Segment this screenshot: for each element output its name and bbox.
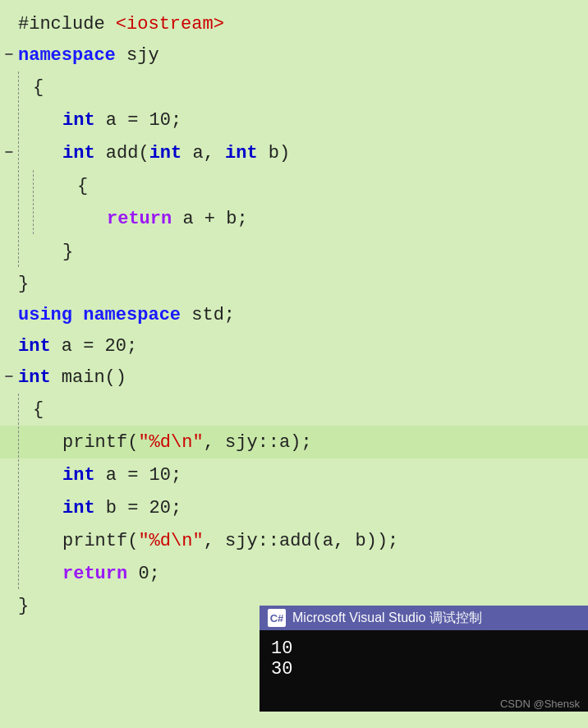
token-11-1: main() <box>51 367 126 388</box>
console-titlebar: C# Microsoft Visual Studio 调试控制 <box>260 606 588 630</box>
token-14-0: int <box>62 465 95 486</box>
indent-guide-15-0 <box>18 492 33 523</box>
token-17-0: return <box>62 564 127 584</box>
code-content-1: namespace sjy <box>18 45 159 66</box>
fold-icon-2[interactable]: − <box>0 47 18 63</box>
token-4-1: add( <box>95 143 149 164</box>
token-8-0: } <box>18 274 29 294</box>
token-10-1: a = 20; <box>51 336 138 357</box>
token-16-2: , sjy::add(a, b)); <box>204 531 399 551</box>
console-body: 10 30 <box>260 630 588 696</box>
token-7-0: } <box>62 242 73 262</box>
token-4-2: int <box>149 143 182 164</box>
code-content-17: return 0; <box>62 564 160 584</box>
token-13-2: , sjy::a); <box>204 432 312 453</box>
indent-guide-7-0 <box>18 236 33 267</box>
code-line-6: { <box>0 169 588 202</box>
console-overlay: C# Microsoft Visual Studio 调试控制 10 30 CS… <box>260 606 588 712</box>
code-content-15: int b = 20; <box>62 498 181 518</box>
token-0-1: <iostream> <box>116 14 224 35</box>
token-16-0: printf( <box>62 531 138 551</box>
code-line-2: −namespace sjy <box>0 39 588 71</box>
token-16-1: "%d\n" <box>138 531 203 551</box>
fold-icon-12[interactable]: − <box>0 369 18 385</box>
indent-guide-14-0 <box>18 459 33 491</box>
indent-guide-16-0 <box>18 525 33 556</box>
indent-guide-5-0 <box>18 170 33 201</box>
indent-guide-6-1 <box>33 203 48 234</box>
token-9-2: namespace <box>83 305 181 325</box>
token-4-4: int <box>225 143 258 164</box>
code-line-12: −int main() <box>0 362 588 393</box>
token-4-0: int <box>62 143 95 164</box>
code-content-13: printf("%d\n", sjy::a); <box>62 432 312 453</box>
token-15-0: int <box>62 498 95 518</box>
token-18-0: } <box>18 596 29 616</box>
token-9-0: using <box>18 305 72 325</box>
code-content-12: { <box>33 399 44 420</box>
indent-guide-4-0 <box>18 137 33 168</box>
token-17-1: 0; <box>127 564 160 584</box>
token-3-1: a = 10; <box>95 110 182 131</box>
code-content-8: } <box>18 274 29 294</box>
code-line-4: int a = 10; <box>0 104 588 136</box>
token-9-3: std; <box>181 305 235 325</box>
console-icon: C# <box>268 609 286 627</box>
code-line-3: { <box>0 71 588 104</box>
token-6-0: return <box>107 209 172 229</box>
code-line-9: } <box>0 268 588 299</box>
token-13-1: "%d\n" <box>138 432 203 453</box>
console-output-line-1: 10 <box>271 638 577 659</box>
code-line-13: { <box>0 393 588 426</box>
code-content-14: int a = 10; <box>62 465 181 486</box>
token-4-5: b) <box>258 143 291 164</box>
token-9-1 <box>72 305 83 325</box>
code-line-14: printf("%d\n", sjy::a); <box>0 426 588 458</box>
code-content-5: { <box>77 176 88 196</box>
token-3-0: int <box>62 110 95 131</box>
token-15-1: b = 20; <box>95 498 182 518</box>
token-0-0: #include <box>18 14 116 35</box>
code-content-11: int main() <box>18 367 126 388</box>
indent-guide-5-1 <box>33 170 48 201</box>
token-5-0: { <box>77 176 88 196</box>
code-line-15: int a = 10; <box>0 458 588 491</box>
code-content-4: int add(int a, int b) <box>62 143 290 164</box>
token-13-0: printf( <box>62 432 138 453</box>
code-line-10: using namespace std; <box>0 299 588 330</box>
code-line-17: printf("%d\n", sjy::add(a, b)); <box>0 524 588 557</box>
token-1-0: namespace <box>18 45 126 66</box>
token-2-0: { <box>33 77 44 98</box>
code-content-2: { <box>33 77 44 98</box>
token-4-3: a, <box>181 143 225 164</box>
code-line-8: } <box>0 235 588 268</box>
fold-icon-5[interactable]: − <box>0 145 18 161</box>
indent-guide-6-0 <box>18 203 33 234</box>
code-content-18: } <box>18 596 29 616</box>
console-title: Microsoft Visual Studio 调试控制 <box>292 610 482 627</box>
indent-guide-17-0 <box>18 558 33 589</box>
code-content-6: return a + b; <box>107 209 248 229</box>
console-footer: CSDN @Shensk <box>260 696 588 712</box>
indent-guide-13-0 <box>18 426 33 458</box>
token-11-0: int <box>18 367 51 388</box>
token-14-1: a = 10; <box>95 465 182 486</box>
code-line-7: return a + b; <box>0 202 588 235</box>
indent-guide-2-0 <box>18 71 33 103</box>
code-content-0: #include <iostream> <box>18 14 224 35</box>
indent-guide-12-0 <box>18 394 33 425</box>
code-content-7: } <box>62 242 73 262</box>
code-content-9: using namespace std; <box>18 305 235 325</box>
code-content-16: printf("%d\n", sjy::add(a, b)); <box>62 531 398 551</box>
token-6-1: a + b; <box>172 209 247 229</box>
token-1-1: sjy <box>126 45 159 66</box>
code-line-16: int b = 20; <box>0 491 588 524</box>
code-line-5: −int add(int a, int b) <box>0 136 588 169</box>
code-content-3: int a = 10; <box>62 110 181 131</box>
indent-guide-3-0 <box>18 104 33 136</box>
code-content-10: int a = 20; <box>18 336 137 357</box>
code-line-1: #include <iostream> <box>0 8 588 39</box>
console-output-line-2: 30 <box>271 659 577 680</box>
code-line-11: int a = 20; <box>0 330 588 362</box>
token-12-0: { <box>33 399 44 420</box>
